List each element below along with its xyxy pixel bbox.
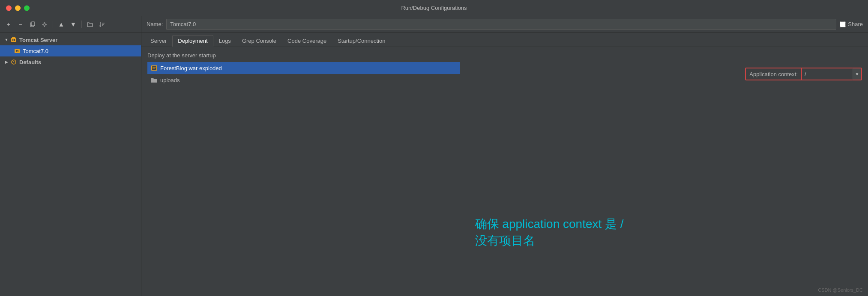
defaults-icon — [10, 59, 17, 65]
app-context-container: Application context: ▼ — [745, 68, 862, 80]
svg-point-6 — [13, 39, 15, 41]
svg-rect-15 — [153, 67, 156, 68]
minimize-button[interactable] — [15, 5, 21, 11]
tab-server[interactable]: Server — [145, 35, 172, 47]
artifact-list: ForestBlog:war exploded uploads — [147, 62, 460, 86]
app-context-label: Application context: — [745, 68, 801, 80]
name-label: Name: — [147, 21, 163, 27]
tab-deployment[interactable]: Deployment — [172, 35, 213, 47]
artifact-item-uploads[interactable]: uploads — [147, 74, 460, 86]
tomcat70-icon — [14, 47, 21, 54]
annotation-text: 确保 application context 是 / 没有项目名 — [475, 216, 624, 249]
app-context-dropdown[interactable]: ▼ — [853, 68, 862, 80]
forestblog-label: ForestBlog:war exploded — [160, 65, 222, 71]
artifact-item-forestblog[interactable]: ForestBlog:war exploded — [147, 62, 460, 74]
close-button[interactable] — [6, 5, 12, 11]
sidebar-toolbar: + − ▲ ▼ — [0, 16, 141, 33]
svg-point-2 — [44, 24, 45, 25]
tomcat-server-label: Tomcat Server — [19, 37, 57, 43]
tomcat70-label: Tomcat7.0 — [23, 48, 48, 54]
name-input[interactable] — [166, 19, 836, 30]
settings-button[interactable] — [39, 19, 50, 30]
svg-rect-1 — [31, 22, 35, 26]
copy-button[interactable] — [27, 19, 38, 30]
svg-point-12 — [13, 63, 14, 64]
arrow-up-button[interactable]: ▲ — [56, 19, 66, 30]
share-checkbox[interactable] — [840, 21, 846, 27]
tab-logs[interactable]: Logs — [213, 35, 236, 47]
window-title: Run/Debug Configurations — [401, 5, 467, 11]
main-container: + − ▲ ▼ — [0, 16, 868, 296]
tree-arrow-expanded: ▼ — [3, 37, 9, 43]
tab-code-coverage[interactable]: Code Coverage — [282, 35, 332, 47]
uploads-icon — [151, 77, 158, 83]
annotation-line1: 确保 application context 是 / — [475, 216, 624, 232]
watermark: CSDN @Seniors_DC — [818, 287, 863, 293]
defaults-label: Defaults — [19, 59, 41, 65]
traffic-lights — [6, 5, 30, 11]
tree: ▼ Tomcat Server — [0, 33, 141, 69]
share-area: Share — [840, 21, 863, 27]
tree-item-defaults[interactable]: ▶ Defaults — [0, 56, 141, 68]
tree-arrow-collapsed: ▶ — [3, 59, 9, 65]
name-row: Name: Share — [141, 16, 868, 33]
sort-button[interactable] — [97, 19, 107, 30]
sidebar: + − ▲ ▼ — [0, 16, 141, 296]
svg-point-9 — [17, 50, 18, 52]
deploy-label: Deploy at the server startup — [147, 52, 862, 59]
annotation-line2: 没有项目名 — [475, 232, 624, 249]
maximize-button[interactable] — [24, 5, 30, 11]
add-button[interactable]: + — [3, 19, 14, 30]
tomcat-server-icon — [10, 36, 17, 43]
deployment-content: Deploy at the server startup ForestBlog:… — [141, 47, 868, 296]
tab-startup-connection[interactable]: Startup/Connection — [332, 35, 391, 47]
tab-grep-console[interactable]: Grep Console — [236, 35, 282, 47]
svg-rect-16 — [153, 68, 155, 69]
forestblog-icon — [151, 65, 158, 71]
tabs-row: Server Deployment Logs Grep Console Code… — [141, 33, 868, 47]
folder-button[interactable] — [85, 19, 95, 30]
tree-item-tomcat70[interactable]: Tomcat7.0 — [0, 45, 141, 56]
titlebar: Run/Debug Configurations — [0, 0, 868, 16]
tree-group-tomcat-server[interactable]: ▼ Tomcat Server — [0, 34, 141, 45]
app-context-input[interactable] — [801, 68, 853, 80]
content-area: Name: Share Server Deployment Logs Grep … — [141, 16, 868, 296]
remove-button[interactable]: − — [15, 19, 26, 30]
svg-rect-4 — [12, 37, 15, 39]
share-label: Share — [848, 21, 863, 27]
toolbar-separator — [53, 21, 53, 28]
uploads-label: uploads — [160, 77, 180, 83]
toolbar-separator2 — [81, 21, 82, 28]
arrow-down-button[interactable]: ▼ — [68, 19, 78, 30]
